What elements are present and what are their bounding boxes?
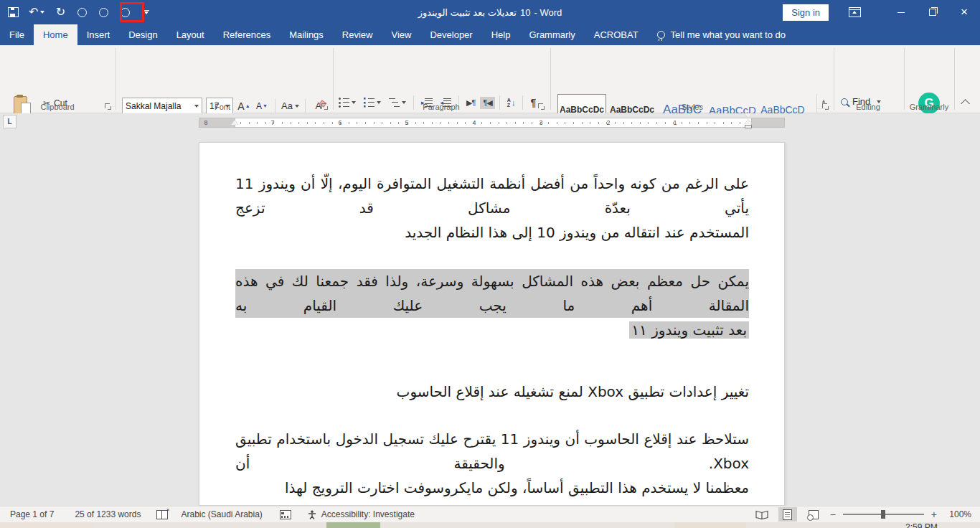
text-line[interactable]: تغيير إعدادات تطبيق Xbox لمنع تشغيله عند… xyxy=(235,380,749,404)
paragraph-3[interactable]: ستلاحظ عند إقلاع الحاسوب أن ويندوز 11 يق… xyxy=(235,427,749,506)
zoom-out-button[interactable]: − xyxy=(830,509,836,520)
sort-button[interactable]: AZ ↓ xyxy=(504,96,519,109)
redo-button[interactable]: ↻ xyxy=(55,4,66,21)
qat-circle-button-2[interactable] xyxy=(98,4,109,21)
hanging-indent-marker[interactable] xyxy=(745,119,752,124)
tab-mailings[interactable]: Mailings xyxy=(280,24,333,45)
collapse-ribbon-button[interactable] xyxy=(961,99,970,108)
macro-recording-button[interactable] xyxy=(278,510,293,519)
tab-developer[interactable]: Developer xyxy=(420,24,481,45)
first-line-indent-marker[interactable] xyxy=(745,113,752,118)
paragraph-dialog-launcher-icon[interactable] xyxy=(538,103,545,110)
qat-circle-button-1[interactable] xyxy=(76,4,88,21)
document-title-arabic: تعديلات بعد تثبيت الويندوز xyxy=(418,7,517,18)
language-indicator[interactable]: Arabic (Saudi Arabia) xyxy=(179,509,263,519)
tab-help[interactable]: Help xyxy=(482,24,520,45)
sign-in-button[interactable]: Sign in xyxy=(783,4,829,21)
editing-group-label: Editing xyxy=(836,103,900,111)
font-dialog-launcher-icon[interactable] xyxy=(321,103,329,110)
rtl-direction-icon: ¶◀ xyxy=(483,98,491,108)
tab-acrobat[interactable]: ACROBAT xyxy=(585,24,648,45)
change-case-button[interactable]: Aa xyxy=(281,98,299,114)
restore-icon xyxy=(929,9,936,16)
taskbar-clock: 2:59 PM xyxy=(905,522,938,528)
heading-line[interactable]: تغيير إعدادات تطبيق Xbox لمنع تشغيله عند… xyxy=(235,380,749,404)
tab-selector-button[interactable]: L xyxy=(3,115,17,128)
taskbar-sliver: 2:59 PM xyxy=(0,522,980,528)
tab-home[interactable]: Home xyxy=(34,24,77,45)
read-mode-button[interactable] xyxy=(753,507,771,522)
accessibility-checker-button[interactable]: Accessibility: Investigate xyxy=(306,509,416,519)
ruler-number: 8 xyxy=(202,119,209,126)
grammarly-group-label: Grammarly xyxy=(903,103,956,111)
selected-text[interactable]: بعد تثبيت ويندوز ١١ xyxy=(629,321,749,339)
group-divider xyxy=(550,48,551,110)
tab-view[interactable]: View xyxy=(382,24,420,45)
save-button[interactable] xyxy=(7,4,19,21)
ruler-number: 4 xyxy=(471,119,478,126)
page-number-indicator[interactable]: Page 1 of 7 xyxy=(9,509,55,519)
down-arrow-icon: ↓ xyxy=(512,98,516,107)
ruler-right-margin xyxy=(751,118,785,128)
undo-button[interactable]: ↶ xyxy=(29,4,44,21)
tab-insert[interactable]: Insert xyxy=(77,24,120,45)
font-name-value: Sakkal Majalla xyxy=(126,101,181,111)
proofing-errors-button[interactable] xyxy=(155,510,169,519)
ribbon-display-options-icon[interactable] xyxy=(849,7,861,17)
right-indent-marker[interactable] xyxy=(745,125,752,128)
group-divider xyxy=(904,48,905,110)
tab-review[interactable]: Review xyxy=(333,24,382,45)
tab-layout[interactable]: Layout xyxy=(167,24,214,45)
tab-grammarly[interactable]: Grammarly xyxy=(519,24,584,45)
chevron-down-icon xyxy=(352,101,356,104)
accessibility-person-icon xyxy=(307,510,317,519)
tell-me-box[interactable]: Tell me what you want to do xyxy=(648,24,795,45)
close-button[interactable]: × xyxy=(948,0,980,24)
save-icon xyxy=(8,7,19,17)
restore-button[interactable] xyxy=(917,0,948,24)
text-line[interactable]: المستخدم عند انتقاله من ويندوز 10 إلى هذ… xyxy=(235,220,749,245)
bullets-button[interactable] xyxy=(336,96,359,109)
minimize-button[interactable] xyxy=(885,0,917,24)
show-hide-marks-button[interactable]: ¶ xyxy=(527,95,539,110)
text-line[interactable]: معظمنا لا يستخدم هذا التطبيق أساساً، ولك… xyxy=(235,476,749,506)
paragraph-1[interactable]: على الرغم من كونه واحداً من أفضل أنظمة ا… xyxy=(235,171,749,245)
zoom-slider-handle[interactable] xyxy=(881,510,885,519)
macro-icon xyxy=(280,510,291,519)
ribbon: Paste ✂ Cut Copy Format Painter Clipboar… xyxy=(0,45,980,113)
clipboard-dialog-launcher-icon[interactable] xyxy=(105,103,112,110)
web-layout-button[interactable] xyxy=(804,507,823,522)
zoom-level-indicator[interactable]: 100% xyxy=(944,509,971,519)
document-area: على الرغم من كونه واحداً من أفضل أنظمة ا… xyxy=(0,131,980,506)
tell-me-label: Tell me what you want to do xyxy=(671,29,786,40)
tab-file[interactable]: File xyxy=(0,24,34,45)
zoom-slider[interactable] xyxy=(843,514,924,515)
title-bar-controls: Sign in × xyxy=(783,0,980,24)
bullet-list-icon xyxy=(339,98,349,108)
document-page[interactable]: على الرغم من كونه واحداً من أفضل أنظمة ا… xyxy=(199,142,785,506)
ruler-number: 5 xyxy=(403,119,410,126)
divider xyxy=(305,99,306,113)
word-count-indicator[interactable]: 25 of 1233 words xyxy=(73,509,142,519)
print-layout-button[interactable] xyxy=(778,507,797,522)
status-bar-right: − + 100% xyxy=(753,507,980,522)
chevron-down-icon xyxy=(144,11,149,14)
undo-dropdown-icon[interactable] xyxy=(40,11,44,14)
tab-design[interactable]: Design xyxy=(119,24,166,45)
paragraph-group-label: Paragraph xyxy=(398,103,484,111)
selected-text-line[interactable]: يمكن حل معظم بعض هذه المشاكل بسهولة وسرع… xyxy=(235,269,749,318)
paragraph-2-selected[interactable]: يمكن حل معظم بعض هذه المشاكل بسهولة وسرع… xyxy=(235,269,749,342)
styles-dialog-launcher-icon[interactable] xyxy=(822,103,829,110)
taskbar-segment xyxy=(0,522,93,528)
text-line[interactable]: ستلاحظ عند إقلاع الحاسوب أن ويندوز 11 يق… xyxy=(235,427,749,476)
zoom-in-button[interactable]: + xyxy=(931,509,937,520)
tab-references[interactable]: References xyxy=(214,24,280,45)
text-line[interactable]: بعد تثبيت ويندوز ١١ xyxy=(235,318,749,342)
numbered-list-icon xyxy=(364,98,374,108)
numbering-button[interactable] xyxy=(361,96,384,109)
redo-icon: ↻ xyxy=(56,6,65,18)
text-line[interactable]: على الرغم من كونه واحداً من أفضل أنظمة ا… xyxy=(235,171,749,220)
sort-az-icon: AZ xyxy=(507,98,511,108)
app-name: - Word xyxy=(534,7,562,18)
left-indent-marker[interactable] xyxy=(231,120,238,125)
